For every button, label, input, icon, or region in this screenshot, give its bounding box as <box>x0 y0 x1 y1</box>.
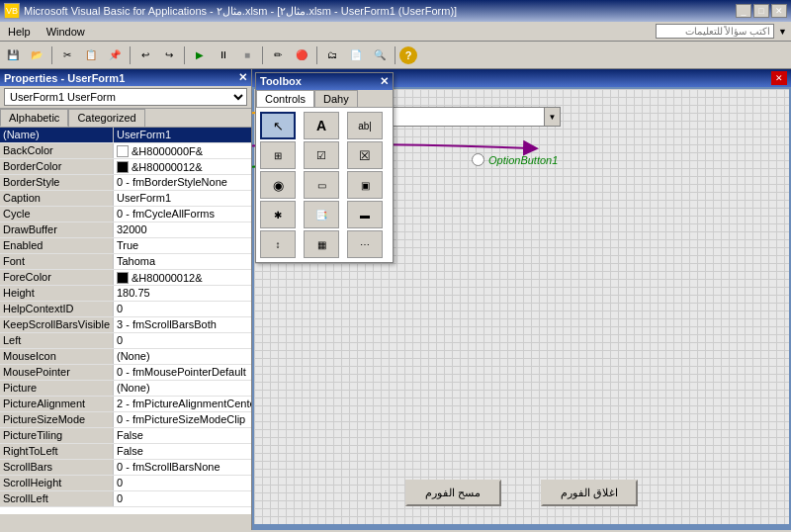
btn-clear[interactable]: مسح الفورم <box>405 480 500 506</box>
prop-row-helpcontextid[interactable]: HelpContextID 0 <box>0 302 251 317</box>
prop-name-righttoleft: RightToLeft <box>0 444 114 459</box>
app-icon: VB <box>4 3 20 19</box>
userform-close-btn[interactable]: ✕ <box>771 71 787 85</box>
toolbox-extra[interactable]: ⋯ <box>347 230 383 258</box>
toolbar-redo[interactable]: ↪ <box>158 44 180 66</box>
toolbar-properties[interactable]: 📄 <box>345 44 367 66</box>
prop-name-scrollheight: ScrollHeight <box>0 476 114 490</box>
toolbar-undo[interactable]: ↩ <box>134 44 156 66</box>
prop-row-forecolor[interactable]: ForeColor &H80000012& <box>0 270 251 286</box>
prop-name-keepscrollbars: KeepScrollBarsVisible <box>0 317 114 332</box>
toolbox-close[interactable]: ✕ <box>380 75 389 88</box>
prop-row-cycle[interactable]: Cycle 0 - fmCycleAllForms <box>0 207 251 222</box>
prop-row-name[interactable]: (Name) UserForm1 <box>0 128 251 143</box>
prop-row-backcolor[interactable]: BackColor &H8000000F& <box>0 143 251 159</box>
toolbox-tabstrip[interactable]: ✱ <box>260 201 296 228</box>
toolbox-tabs: Controls Dahy <box>256 90 393 108</box>
prop-row-scrollbars[interactable]: ScrollBars 0 - fmScrollBarsNone <box>0 460 251 476</box>
prop-value-font: Tahoma <box>114 254 251 269</box>
prop-name-left: Left <box>0 333 114 348</box>
toolbar-stop[interactable]: ■ <box>236 44 258 66</box>
window-controls[interactable]: _ □ ✕ <box>736 4 787 18</box>
toolbar-sep-1 <box>51 46 52 64</box>
properties-table: (Name) UserForm1 BackColor &H8000000F& B… <box>0 128 251 514</box>
prop-row-enabled[interactable]: Enabled True <box>0 238 251 254</box>
combobox-arrow[interactable]: ▼ <box>544 108 560 126</box>
prop-value-backcolor: &H8000000F& <box>114 143 251 158</box>
optionbutton-control[interactable]: OptionButton1 <box>472 153 558 166</box>
prop-row-scrollleft[interactable]: ScrollLeft 0 <box>0 491 251 507</box>
prop-row-bordercolor[interactable]: BorderColor &H80000012& <box>0 159 251 175</box>
prop-row-picturesizemode[interactable]: PictureSizeMode 0 - fmPictureSizeModeCli… <box>0 412 251 428</box>
toolbox-label[interactable]: A <box>304 112 339 139</box>
toolbox-optionbutton[interactable]: ◉ <box>260 171 296 199</box>
toolbar-copy[interactable]: 📋 <box>80 44 102 66</box>
menu-window[interactable]: Window <box>43 25 89 39</box>
toolbar-break[interactable]: 🔴 <box>291 44 312 66</box>
prop-name-helpcontextid: HelpContextID <box>0 302 114 316</box>
prop-row-picturealignment[interactable]: PictureAlignment 2 - fmPictureAlignmentC… <box>0 397 251 412</box>
toolbox-listbox[interactable]: ☑ <box>304 141 339 169</box>
search-input[interactable] <box>656 24 774 39</box>
prop-value-caption: UserForm1 <box>114 191 251 206</box>
toolbar-pause[interactable]: ⏸ <box>213 44 234 66</box>
toolbox-select[interactable]: ↖ <box>260 112 296 139</box>
toolbar-open[interactable]: 📂 <box>26 44 47 66</box>
prop-name-drawbuffer: DrawBuffer <box>0 222 114 237</box>
toolbox-combobox[interactable]: ⊞ <box>260 141 296 169</box>
btn-close[interactable]: اغلاق الفورم <box>541 480 638 506</box>
toolbox-title: Toolbox <box>260 75 302 88</box>
prop-value-name: UserForm1 <box>114 128 251 142</box>
toolbar-run[interactable]: ▶ <box>189 44 211 66</box>
properties-header: Properties - UserForm1 ✕ <box>0 69 251 86</box>
prop-row-drawbuffer[interactable]: DrawBuffer 32000 <box>0 222 251 238</box>
prop-row-caption[interactable]: Caption UserForm1 <box>0 191 251 207</box>
toolbox-spinbutton[interactable]: ↕ <box>260 230 296 258</box>
toolbar-help[interactable]: ? <box>399 46 417 64</box>
toolbar-explorer[interactable]: 🗂 <box>321 44 343 66</box>
maximize-btn[interactable]: □ <box>753 4 769 18</box>
toolbar-find[interactable]: 🔍 <box>369 44 391 66</box>
properties-subheader: UserForm1 UserForm <box>0 86 251 109</box>
menu-help[interactable]: Help <box>4 25 35 39</box>
toolbar-save[interactable]: 💾 <box>2 44 24 66</box>
properties-tabs: Alphabetic Categorized <box>0 109 251 128</box>
toolbar-design[interactable]: ✏ <box>267 44 289 66</box>
prop-row-height[interactable]: Height 180.75 <box>0 286 251 302</box>
prop-row-righttoleft[interactable]: RightToLeft False <box>0 444 251 460</box>
prop-row-left[interactable]: Left 0 <box>0 333 251 349</box>
properties-close[interactable]: ✕ <box>238 71 247 84</box>
prop-name-picturesizemode: PictureSizeMode <box>0 412 114 427</box>
prop-row-keepscrollbars[interactable]: KeepScrollBarsVisible 3 - fmScrollBarsBo… <box>0 317 251 333</box>
toolbar-paste[interactable]: 📌 <box>104 44 126 66</box>
toolbox-checkbox[interactable]: ☒ <box>347 141 383 169</box>
prop-row-mousepointer[interactable]: MousePointer 0 - fmMousePointerDefault <box>0 365 251 381</box>
prop-value-righttoleft: False <box>114 444 251 459</box>
toolbox-tab-dahy[interactable]: Dahy <box>314 90 358 107</box>
tab-categorized[interactable]: Categorized <box>68 109 144 127</box>
tab-alphabetic[interactable]: Alphabetic <box>0 109 68 127</box>
prop-value-picturealignment: 2 - fmPictureAlignmentCenter <box>114 397 251 411</box>
toolbar-cut[interactable]: ✂ <box>56 44 78 66</box>
minimize-btn[interactable]: _ <box>736 4 751 18</box>
prop-name-mouseicon: MouseIcon <box>0 349 114 364</box>
prop-name-enabled: Enabled <box>0 238 114 253</box>
prop-row-scrollheight[interactable]: ScrollHeight 0 <box>0 476 251 491</box>
prop-row-borderstyle[interactable]: BorderStyle 0 - fmBorderStyleNone <box>0 175 251 191</box>
toolbox-image[interactable]: ▦ <box>304 230 339 258</box>
toolbox-scrollbar[interactable]: ▬ <box>347 201 383 228</box>
search-dropdown-icon[interactable]: ▼ <box>778 27 787 37</box>
toolbox-frame[interactable]: ▭ <box>304 171 339 199</box>
properties-object-dropdown[interactable]: UserForm1 UserForm <box>4 88 247 106</box>
toolbox-multipage[interactable]: 📑 <box>304 201 339 228</box>
close-btn[interactable]: ✕ <box>771 4 787 18</box>
prop-row-picture[interactable]: Picture (None) <box>0 381 251 397</box>
prop-row-font[interactable]: Font Tahoma <box>0 254 251 270</box>
option-circle[interactable] <box>472 153 484 166</box>
prop-row-picturetiling[interactable]: PictureTiling False <box>0 428 251 444</box>
prop-row-mouseicon[interactable]: MouseIcon (None) <box>0 349 251 365</box>
toolbox-tab-controls[interactable]: Controls <box>256 90 314 107</box>
toolbar-sep-4 <box>262 46 263 64</box>
toolbox-commandbutton[interactable]: ▣ <box>347 171 383 199</box>
toolbox-textbox[interactable]: ab| <box>347 112 383 139</box>
